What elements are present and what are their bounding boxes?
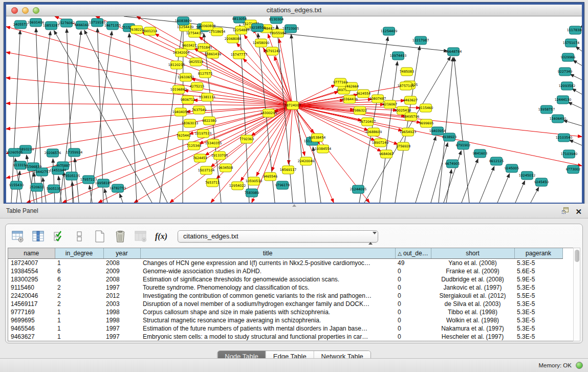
graph-node[interactable]: 10196862	[170, 85, 187, 94]
graph-node[interactable]: 9155430	[9, 181, 24, 189]
graph-edge[interactable]	[446, 169, 451, 203]
graph-edge[interactable]	[576, 47, 582, 51]
graph-node[interactable]: 15861416	[205, 50, 222, 58]
table-cell[interactable]: 2012	[103, 292, 140, 300]
table-cell[interactable]: 6	[55, 267, 103, 275]
table-settings-icon[interactable]	[10, 228, 26, 245]
table-row[interactable]: 1938455462009Genome-wide association stu…	[8, 267, 562, 275]
table-cell[interactable]: Disruption of a novel member of a sodium…	[140, 300, 395, 308]
rows-icon[interactable]	[71, 228, 88, 245]
table-cell[interactable]: 0	[395, 292, 431, 300]
graph-edge[interactable]	[293, 105, 582, 166]
graph-node[interactable]: 12093582	[559, 82, 576, 90]
graph-node[interactable]: 7583989	[245, 189, 259, 197]
column-header-short[interactable]: short	[431, 248, 514, 258]
graph-edge[interactable]	[380, 61, 398, 203]
graph-node[interactable]: 10853287	[43, 21, 60, 30]
table-cell[interactable]: 1	[55, 324, 103, 333]
table-cell[interactable]: 22420046	[8, 292, 55, 300]
graph-node[interactable]: 14342004	[173, 49, 190, 57]
network-window-titlebar[interactable]: citations_edges.txt	[6, 5, 582, 16]
graph-node[interactable]: 18495796	[403, 113, 420, 121]
graph-node[interactable]: 14569117	[280, 166, 297, 174]
table-cell[interactable]: Estimation of the future numbers of pati…	[140, 324, 395, 333]
graph-edge[interactable]	[6, 27, 293, 105]
graph-node[interactable]: 11178386	[567, 26, 582, 34]
table-cell[interactable]: 2008	[103, 275, 140, 283]
graph-node[interactable]: 8612125	[489, 157, 504, 165]
table-cell[interactable]: Dudbridge et al. (2008)	[431, 275, 514, 283]
graph-node[interactable]: 16403954	[429, 127, 446, 135]
new-file-icon[interactable]	[92, 228, 108, 245]
graph-node[interactable]: 7624451	[193, 154, 207, 162]
graph-node[interactable]: 12754439	[186, 29, 203, 37]
table-cell[interactable]: de Silva et al. (2003)	[431, 300, 514, 308]
graph-node[interactable]: 18363033	[182, 119, 199, 127]
table-cell[interactable]: 2009	[103, 267, 140, 275]
graph-node[interactable]: 12458090	[253, 39, 270, 47]
graph-edge[interactable]	[53, 159, 55, 203]
graph-node[interactable]: 18300295	[260, 109, 277, 117]
table-cell[interactable]: 5.6E-5	[514, 267, 562, 275]
graph-node[interactable]: 8127575	[198, 70, 212, 78]
graph-edge[interactable]	[454, 57, 469, 203]
graph-node[interactable]: 10688609	[365, 128, 382, 136]
delete-trash-icon[interactable]	[112, 228, 128, 245]
graph-node[interactable]: 9777169	[333, 78, 347, 86]
graph-edge[interactable]	[572, 89, 582, 94]
graph-node[interactable]: 12103540	[556, 134, 573, 142]
table-cell[interactable]: Tourette syndrome. Phenomenology and cla…	[140, 283, 395, 292]
graph-node[interactable]: 9245005	[505, 164, 519, 172]
table-cell[interactable]: 0	[395, 324, 431, 333]
column-header-pagerank[interactable]: pagerank	[514, 248, 562, 258]
graph-node[interactable]: 18955986	[270, 29, 287, 37]
network-canvas[interactable]: 2405572252061036245544275215590513562160…	[6, 16, 582, 203]
graph-node[interactable]: 9806712	[181, 96, 195, 104]
table-row[interactable]: 1830029562008Estimation of significance …	[8, 275, 562, 283]
graph-node[interactable]: 6791902	[456, 141, 470, 149]
table-cell[interactable]: 9463627	[8, 333, 55, 341]
table-cell[interactable]: 2008	[103, 258, 140, 267]
table-cell[interactable]: 0	[395, 283, 431, 292]
table-row[interactable]: 2242004622012Investigating the contribut…	[8, 292, 562, 300]
table-cell[interactable]: 5.3E-5	[514, 316, 562, 324]
graph-node[interactable]: 9756928	[396, 142, 410, 150]
graph-node[interactable]: 15340355	[205, 139, 222, 147]
graph-edge[interactable]	[416, 137, 436, 203]
graph-node[interactable]: 8130304	[269, 16, 284, 24]
table-row[interactable]: 977716911998Corpus callosum shape and si…	[8, 308, 562, 316]
graph-edge[interactable]	[6, 78, 293, 105]
graph-node[interactable]: 10197533	[195, 129, 212, 138]
graph-node[interactable]: 9463627	[403, 96, 418, 104]
table-cell[interactable]: Franke et al. (2009)	[431, 267, 514, 275]
table-cell[interactable]: 1998	[103, 308, 140, 316]
graph-node[interactable]: 13442757	[34, 168, 51, 176]
graph-node[interactable]: 20691406	[28, 18, 45, 27]
graph-node[interactable]: 16958187	[95, 179, 112, 187]
graph-node[interactable]: 16720407	[359, 118, 376, 126]
graph-node[interactable]: 21244095	[350, 185, 367, 193]
table-cell[interactable]: 2	[55, 283, 103, 292]
graph-node[interactable]: 11254409	[381, 27, 398, 35]
graph-node[interactable]: 8901214	[143, 27, 157, 35]
graph-node[interactable]: 9425519	[189, 58, 203, 66]
graph-edge[interactable]	[155, 34, 293, 105]
graph-edge[interactable]	[563, 120, 582, 126]
table-cell[interactable]: Nakamura et al. (1997)	[431, 324, 514, 333]
graph-edge[interactable]	[573, 60, 582, 65]
graph-node[interactable]: 4275215	[190, 82, 204, 91]
table-cell[interactable]: 0	[395, 316, 431, 324]
table-cell[interactable]: Investigating the contribution of common…	[140, 292, 395, 300]
graph-node[interactable]: 20364436	[341, 95, 358, 103]
table-row[interactable]: 1872400712008Changes of HCN gene express…	[8, 258, 562, 267]
graph-edge[interactable]	[291, 34, 306, 203]
graph-node[interactable]: 7485083	[400, 68, 414, 76]
table-cell[interactable]: Structural magnetic resonance image aver…	[140, 316, 395, 324]
graph-node[interactable]: 19133705	[211, 151, 228, 160]
graph-node[interactable]: 11381111	[199, 93, 216, 101]
graph-node[interactable]: 6216067	[383, 100, 397, 108]
select-column-icon[interactable]	[30, 228, 47, 245]
table-cell[interactable]: 9699695	[8, 316, 55, 324]
table-cell[interactable]: 1997	[103, 333, 140, 341]
function-builder-icon[interactable]: f(x)	[153, 228, 169, 245]
